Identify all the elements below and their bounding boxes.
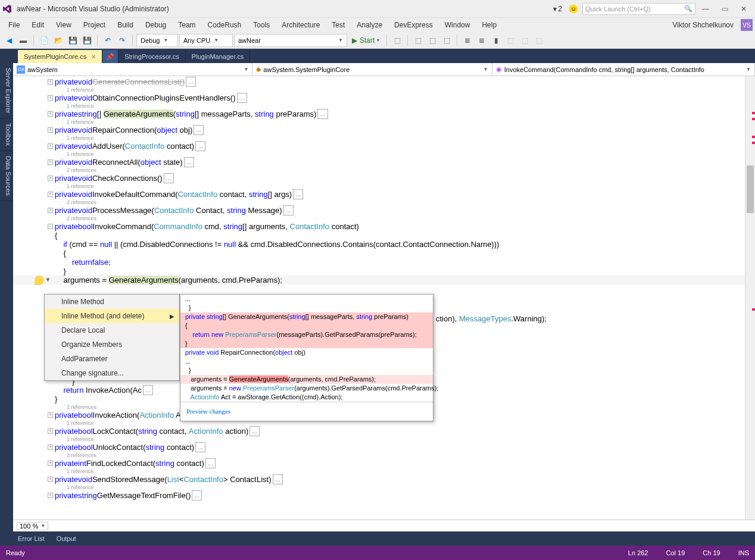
menu-view[interactable]: View — [50, 21, 77, 29]
maximize-button[interactable]: ▭ — [716, 3, 734, 15]
tb-icon-6[interactable]: ≣ — [475, 34, 488, 47]
codelens[interactable]: 2 references — [13, 199, 755, 206]
codelens[interactable]: 1 reference — [13, 484, 755, 491]
codelens[interactable]: 3 references — [13, 452, 755, 459]
fold-icon[interactable]: + — [48, 493, 53, 498]
close-button[interactable]: ✕ — [735, 3, 753, 15]
platform-combo[interactable]: Any CPU▼ — [179, 34, 233, 47]
codelens[interactable]: 1 reference — [13, 134, 755, 142]
chevron-down-icon[interactable]: ▼ — [45, 276, 51, 284]
menu-architecture[interactable]: Architecture — [276, 21, 326, 29]
refactor-inline-method[interactable]: Inline Method — [45, 295, 179, 309]
fold-icon[interactable]: + — [48, 412, 53, 418]
preview-changes-link[interactable]: Preview changes — [180, 402, 433, 421]
fold-icon[interactable]: + — [48, 111, 53, 117]
codelens[interactable]: 1 reference — [13, 183, 755, 190]
vertical-scrollbar[interactable] — [745, 76, 755, 520]
fold-icon[interactable]: + — [48, 445, 53, 450]
codelens[interactable]: 1 reference — [13, 118, 755, 126]
tab-pluginmanager[interactable]: PluginManager.cs — [186, 50, 250, 63]
save-all-icon[interactable]: 💾 — [80, 34, 93, 47]
fold-icon[interactable]: + — [48, 176, 53, 181]
fold-icon[interactable]: + — [48, 143, 53, 149]
tb-icon-3[interactable]: ⬚ — [426, 34, 439, 47]
codelens[interactable]: 1 reference — [13, 151, 755, 158]
quick-launch-input[interactable]: Quick Launch (Ctrl+Q) 🔍 — [582, 3, 695, 15]
tool-toolbox[interactable]: Toolbox — [0, 118, 13, 151]
refactor-inline-method-delete[interactable]: Inline Method (and delete)▶ — [45, 309, 179, 323]
tb-icon-10[interactable]: ⬚ — [532, 34, 545, 47]
config-combo[interactable]: Debug▼ — [136, 34, 178, 47]
menu-file[interactable]: File — [2, 21, 26, 29]
fold-icon[interactable]: − — [48, 224, 53, 229]
nav-class-combo[interactable]: ◆awSystem.SystemPluginCore▼ — [252, 63, 492, 76]
target-combo[interactable]: awNear▼ — [234, 34, 347, 47]
menu-devexpress[interactable]: DevExpress — [388, 21, 439, 29]
nav-fwd-button[interactable]: ▬ — [17, 34, 30, 47]
save-icon[interactable]: 💾 — [66, 34, 79, 47]
fold-icon[interactable]: + — [48, 428, 53, 434]
codelens[interactable]: 1 reference — [13, 86, 755, 93]
code-editor[interactable]: + private void GenerateConnectionsList()… — [13, 76, 755, 520]
tab-pinned[interactable]: 📌 — [102, 50, 118, 63]
fold-icon[interactable]: + — [48, 95, 53, 101]
tb-icon-7[interactable]: ▮ — [489, 34, 503, 47]
tab-output[interactable]: Output — [51, 535, 82, 542]
notification-flag[interactable]: ▾ 2 — [553, 5, 562, 13]
fold-icon[interactable]: + — [48, 127, 53, 133]
fold-icon[interactable]: + — [48, 208, 53, 213]
nav-back-button[interactable]: ◀ — [2, 34, 15, 47]
refactor-declare-local[interactable]: Declare Local — [45, 323, 179, 337]
tb-icon-1[interactable]: ⬚ — [391, 34, 404, 47]
redo-icon[interactable]: ↷ — [116, 34, 129, 47]
refactor-change-signature[interactable]: Change signature... — [45, 366, 179, 380]
user-name[interactable]: Viktor Shchelkunov — [672, 21, 737, 29]
new-project-icon[interactable]: 📄 — [38, 34, 51, 47]
codelens[interactable]: 1 reference — [13, 436, 755, 443]
menu-analyze[interactable]: Analyze — [351, 21, 388, 29]
tab-error-list[interactable]: Error List — [12, 535, 51, 542]
feedback-icon[interactable]: ☺ — [569, 5, 578, 13]
fold-icon[interactable]: + — [48, 192, 53, 197]
menu-tools[interactable]: Tools — [247, 21, 276, 29]
menu-project[interactable]: Project — [77, 21, 111, 29]
codelens[interactable]: 2 references — [13, 215, 755, 222]
nav-project-combo[interactable]: C#awSystem▼ — [13, 63, 252, 76]
fold-icon[interactable]: + — [48, 477, 53, 482]
refactor-add-parameter[interactable]: AddParameter — [45, 352, 179, 366]
codelens[interactable]: 1 reference — [13, 468, 755, 475]
zoom-combo[interactable]: 100 %▼ — [17, 522, 48, 530]
open-icon[interactable]: 📂 — [52, 34, 65, 47]
fold-icon[interactable]: + — [48, 159, 53, 165]
tab-stringprocessor[interactable]: StringProcessor.cs — [118, 50, 186, 63]
menu-team[interactable]: Team — [172, 21, 201, 29]
menu-help[interactable]: Help — [476, 21, 503, 29]
menu-coderush[interactable]: CodeRush — [202, 21, 248, 29]
scrollbar-thumb[interactable] — [747, 165, 754, 213]
menu-debug[interactable]: Debug — [139, 21, 172, 29]
fold-icon[interactable]: + — [48, 461, 53, 466]
tb-icon-5[interactable]: ≣ — [461, 34, 474, 47]
nav-member-combo[interactable]: ◉InvokeCommand(CommandInfo cmd, string[]… — [492, 63, 755, 76]
minimize-button[interactable]: — — [697, 3, 715, 15]
menu-edit[interactable]: Edit — [26, 21, 50, 29]
tab-active[interactable]: SystemPluginCore.cs✕ — [18, 50, 102, 63]
fold-icon[interactable]: + — [48, 79, 53, 85]
tb-icon-8[interactable]: ⬚ — [504, 34, 517, 47]
tb-icon-4[interactable]: ⬚ — [440, 34, 453, 47]
close-icon[interactable]: ✕ — [91, 54, 96, 60]
tool-data-sources[interactable]: Data Sources — [0, 151, 13, 201]
tb-icon-2[interactable]: ⬚ — [411, 34, 425, 47]
menu-window[interactable]: Window — [439, 21, 476, 29]
refactor-organize-members[interactable]: Organize Members — [45, 337, 179, 352]
user-avatar[interactable]: VS — [741, 19, 753, 31]
undo-icon[interactable]: ↶ — [101, 34, 114, 47]
menu-build[interactable]: Build — [111, 21, 139, 29]
lightbulb-icon[interactable] — [35, 276, 44, 285]
start-button[interactable]: ▶ Start ▾ — [348, 36, 383, 45]
codelens[interactable]: 2 references — [13, 167, 755, 174]
menu-test[interactable]: Test — [326, 21, 351, 29]
tb-icon-9[interactable]: ⬚ — [518, 34, 531, 47]
tool-server-explorer[interactable]: Server Explorer — [0, 63, 13, 118]
codelens[interactable]: 1 reference — [13, 102, 755, 110]
